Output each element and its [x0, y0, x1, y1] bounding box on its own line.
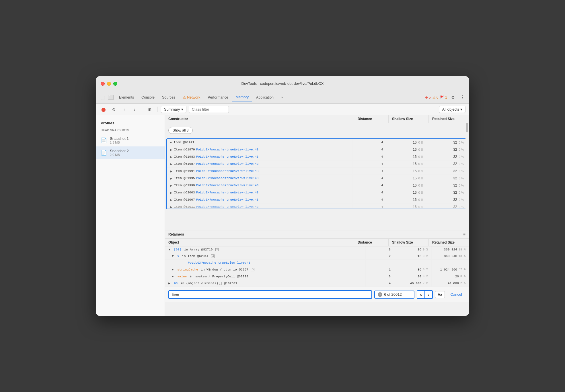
- search-input[interactable]: [172, 293, 369, 297]
- cancel-search-button[interactable]: Cancel: [447, 291, 465, 298]
- close-button[interactable]: [101, 82, 105, 86]
- td-shallow: 16 0 %: [387, 160, 427, 167]
- expand-icon: ▶: [172, 275, 174, 278]
- tab-sources[interactable]: Sources: [159, 94, 179, 101]
- th-retained-size: Retained Size: [429, 115, 469, 123]
- td-distance: 4: [352, 182, 387, 189]
- highlighted-block: ▶ Item @61971 4 16 0 % 32 0 %: [166, 138, 468, 209]
- link-6[interactable]: PoLdb0X?nocache=true&view=live:43: [196, 184, 259, 187]
- retainer-link[interactable]: PoLdb0X?nocache=true&view=live:43: [188, 261, 250, 264]
- clear-button[interactable]: 🗑: [146, 105, 154, 113]
- badge-area: ⊗ 5 ⚠ 6 🚩 1 ⚙ ⋮: [425, 93, 467, 101]
- retainer-td-object: ▶ stringCache in Window / cdpn.io @6257 …: [165, 266, 366, 273]
- snapshot-2-size: 2.0 MB: [110, 153, 129, 156]
- clear-search-button[interactable]: ✕: [378, 292, 382, 297]
- table-row[interactable]: ▶ Item @61979 PoLdb0X?nocache=true&view=…: [167, 146, 467, 153]
- table-row[interactable]: ▶ Item @61999 PoLdb0X?nocache=true&view=…: [167, 182, 467, 189]
- more-tabs-button[interactable]: »: [278, 94, 287, 101]
- table-row[interactable]: ▶ Item @61971 4 16 0 % 32 0 %: [167, 139, 467, 146]
- stop-button[interactable]: ⊘: [110, 105, 118, 113]
- td-shallow: 16 0 %: [387, 203, 427, 209]
- tab-performance[interactable]: Performance: [204, 94, 232, 101]
- search-prev-button[interactable]: ∧: [417, 291, 425, 298]
- link-5[interactable]: PoLdb0X?nocache=true&view=live:43: [196, 177, 259, 180]
- toolbar-separator-2: [157, 107, 157, 112]
- retainer-row[interactable]: ▼ [93] in Array @82719 □ 3 16 0 %: [165, 246, 469, 253]
- tab-network[interactable]: ⚠ Network: [179, 93, 204, 101]
- td-retained: 32 0 %: [427, 160, 467, 167]
- retainer-td-retained: 360 024 18 %: [432, 246, 469, 253]
- td-retained: 32 0 %: [427, 196, 467, 203]
- retainer-row[interactable]: ▶ stringCache in Window / cdpn.io @6257 …: [165, 266, 469, 273]
- td-retained: 32 0 %: [427, 189, 467, 196]
- summary-dropdown[interactable]: Summary ▾: [161, 106, 186, 113]
- show-all-button[interactable]: Show all 3: [168, 127, 193, 134]
- td-shallow: 16 0 %: [387, 153, 427, 160]
- expand-icon: ▶: [170, 141, 172, 144]
- item-name: Item @61971: [174, 141, 194, 144]
- upper-table-area[interactable]: Constructor Distance Shallow Size Retain…: [165, 115, 469, 230]
- retainer-row[interactable]: ▶ 93 in (object elements)[] @102681 4 40…: [165, 280, 469, 287]
- table-row[interactable]: ▶ Item @61991 PoLdb0X?nocache=true&view=…: [167, 168, 467, 175]
- expand-icon: ▶: [170, 198, 172, 201]
- retainer-td-shallow: 20 0 %: [394, 273, 432, 280]
- search-input-wrapper[interactable]: [168, 290, 372, 299]
- search-next-button[interactable]: ∨: [425, 291, 432, 298]
- all-objects-label: All objects: [442, 107, 459, 111]
- retainer-td-retained: 1 024 260 52 %: [432, 266, 469, 273]
- expand-icon: ▶: [170, 191, 172, 194]
- snapshot-1-size: 1.3 MB: [110, 141, 129, 144]
- link-2[interactable]: PoLdb0X?nocache=true&view=live:43: [196, 155, 259, 158]
- sidebar-item-snapshot-2[interactable]: 📄 Snapshot 2 2.0 MB: [96, 146, 165, 159]
- tab-console[interactable]: Console: [138, 94, 158, 101]
- expand-icon: ▶: [170, 155, 172, 158]
- heap-snapshots-title: HEAP SNAPSHOTS: [96, 129, 165, 132]
- warn-icon: ⚠: [432, 95, 436, 99]
- link-8[interactable]: PoLdb0X?nocache=true&view=live:43: [196, 198, 259, 201]
- retainer-td-object: ▼ [93] in Array @82719 □: [165, 246, 366, 253]
- retainer-row[interactable]: ▼ x in Item @62041 □ 2 16 0 % 360: [165, 253, 469, 260]
- tab-memory[interactable]: Memory: [232, 93, 252, 101]
- retainer-row[interactable]: ▶ value in system / PropertyCell @62039 …: [165, 273, 469, 280]
- td-constructor: ▶ Item @61983 PoLdb0X?nocache=true&view=…: [167, 153, 352, 160]
- record-button[interactable]: ⬤: [100, 105, 108, 113]
- table-row[interactable]: ▶ Item @62007 PoLdb0X?nocache=true&view=…: [167, 196, 467, 203]
- settings-icon[interactable]: ⚙: [449, 93, 457, 101]
- tab-application[interactable]: Application: [253, 94, 277, 101]
- window-title: DevTools - codepen.io/web-dot-dev/live/P…: [241, 81, 324, 86]
- link-4[interactable]: PoLdb0X?nocache=true&view=live:43: [196, 169, 259, 173]
- traffic-lights: [101, 82, 117, 86]
- tab-elements[interactable]: Elements: [116, 94, 137, 101]
- more-options-icon[interactable]: ⋮: [459, 93, 467, 101]
- link-1[interactable]: PoLdb0X?nocache=true&view=live:43: [196, 148, 259, 151]
- retainer-td-shallow: 16 0 %: [394, 246, 432, 253]
- device-toolbar-icon[interactable]: ⬜: [107, 93, 115, 101]
- table-row[interactable]: ▶ Item @62011 PoLdb0X?nocache=true&view=…: [167, 203, 467, 209]
- table-row[interactable]: ▶ Item @61987 PoLdb0X?nocache=true&view=…: [167, 160, 467, 168]
- devtools-window: DevTools - codepen.io/web-dot-dev/live/P…: [96, 76, 469, 316]
- match-case-button[interactable]: Aa: [435, 291, 445, 298]
- upload-button[interactable]: ↑: [120, 105, 128, 113]
- class-filter-input[interactable]: [189, 106, 229, 113]
- sidebar-item-snapshot-1[interactable]: 📄 Snapshot 1 1.3 MB: [96, 134, 165, 146]
- all-objects-dropdown[interactable]: All objects ▾: [439, 106, 465, 113]
- download-button[interactable]: ↓: [130, 105, 139, 113]
- expand-icon: ▶: [170, 162, 172, 166]
- td-constructor: ▶ Item @61971: [167, 139, 352, 146]
- maximize-button[interactable]: [113, 82, 117, 86]
- retainer-row[interactable]: PoLdb0X?nocache=true&view=live:43: [165, 260, 469, 266]
- link-9[interactable]: PoLdb0X?nocache=true&view=live:43: [196, 205, 259, 209]
- summary-label: Summary: [164, 107, 180, 111]
- retainer-td-retained: 360 040 18 %: [432, 253, 469, 259]
- table-row[interactable]: ▶ Item @61995 PoLdb0X?nocache=true&view=…: [167, 175, 467, 182]
- retainers-rows: ▼ [93] in Array @82719 □ 3 16 0 %: [165, 246, 469, 287]
- table-row[interactable]: ▶ Item @61983 PoLdb0X?nocache=true&view=…: [167, 153, 467, 160]
- table-row[interactable]: ▶ Item @62003 PoLdb0X?nocache=true&view=…: [167, 189, 467, 196]
- link-3[interactable]: PoLdb0X?nocache=true&view=live:43: [196, 162, 259, 166]
- expand-icon: ▼: [168, 248, 170, 251]
- vertical-scrollbar[interactable]: [465, 115, 469, 230]
- search-count: 6 of 20012: [384, 292, 402, 297]
- minimize-button[interactable]: [107, 82, 111, 86]
- inspect-element-icon[interactable]: ⬚: [98, 93, 106, 101]
- link-7[interactable]: PoLdb0X?nocache=true&view=live:43: [196, 191, 259, 194]
